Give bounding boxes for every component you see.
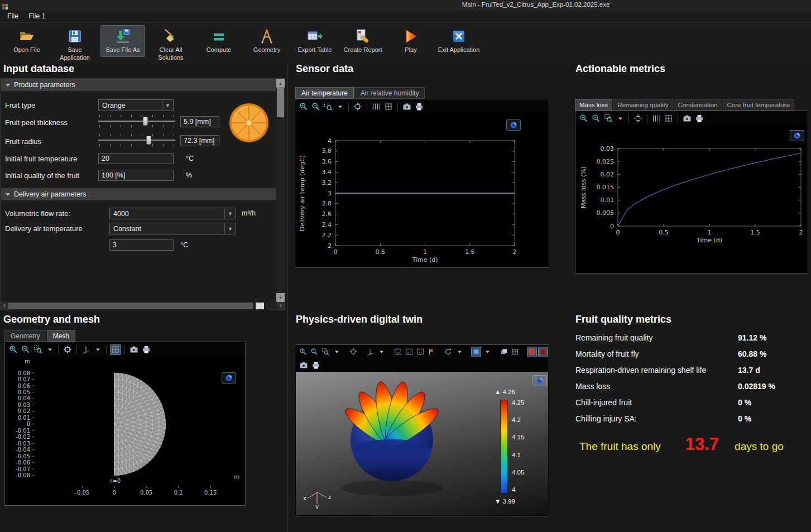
initial-temperature-field[interactable]: 20	[98, 153, 174, 164]
zoom-box-icon[interactable]	[32, 344, 44, 355]
initial-quality-field[interactable]: 100 [%]	[98, 170, 174, 181]
zoom-out-icon[interactable]	[309, 347, 319, 357]
zoom-in-icon[interactable]	[578, 113, 589, 124]
triad-icon[interactable]	[80, 344, 92, 355]
digital-twin-scene[interactable]: ▲ 4.26 4.254.24.154.14.054 ▼ 3.99 x y z	[296, 372, 548, 515]
vertical-scrollbar[interactable]: ▲ ▼	[276, 79, 285, 302]
print-icon[interactable]	[141, 344, 152, 355]
clear-all-solutions-button[interactable]: Clear All Solutions	[148, 25, 193, 65]
sensor-chart-canvas[interactable]: 00.511.5222.22.42.62.833.23.43.63.84Time…	[295, 113, 549, 267]
comsol-logo-button[interactable]	[790, 130, 804, 141]
create-report-button[interactable]: Create Report	[340, 25, 385, 57]
tab-geometry[interactable]: Geometry	[4, 330, 46, 342]
clip-maroon-icon[interactable]	[538, 347, 548, 357]
delivery-air-parameters-header[interactable]: Delivery air parameters	[1, 188, 276, 200]
comsol-logo-button[interactable]	[506, 119, 521, 131]
y-grid-icon[interactable]	[651, 113, 662, 124]
fruit-radius-slider[interactable]	[98, 133, 175, 147]
tab-mass-loss[interactable]: Mass loss	[575, 99, 612, 111]
dropdown-arrow-icon[interactable]	[93, 344, 103, 355]
camera-icon[interactable]	[128, 344, 140, 355]
zoom-extents-icon[interactable]	[62, 344, 73, 355]
camera-icon[interactable]	[682, 113, 693, 124]
save-application-button[interactable]: Save Application	[52, 25, 97, 65]
fruit-radius-field[interactable]: 72.3 [mm]	[180, 135, 219, 146]
print-icon[interactable]	[694, 113, 705, 124]
slider-thumb[interactable]	[146, 136, 151, 145]
tab-air-relative-humidity[interactable]: Air relative humidity	[354, 87, 425, 99]
zoom-out-icon[interactable]	[310, 102, 321, 112]
view-yz-icon[interactable]: yz	[404, 347, 414, 357]
massloss-chart-canvas[interactable]: 00.511.5200.0050.010.0150.020.0250.03Tim…	[575, 125, 808, 272]
save-file-as-button[interactable]: Save File As	[100, 25, 145, 57]
dropdown-arrow-icon[interactable]	[482, 347, 492, 357]
grid-icon[interactable]	[383, 102, 394, 112]
scroll-left-arrow[interactable]: ‹	[1, 302, 8, 310]
flow-rate-select[interactable]: 4000 ▼	[109, 208, 236, 219]
grid-icon[interactable]	[663, 113, 674, 124]
dropdown-arrow-icon[interactable]	[45, 344, 55, 355]
zoom-extents-icon[interactable]	[632, 113, 644, 124]
zoom-in-icon[interactable]	[8, 344, 19, 355]
zoom-out-icon[interactable]	[20, 344, 31, 355]
zoom-in-icon[interactable]	[298, 102, 309, 112]
scene-icon[interactable]	[471, 347, 481, 357]
y-grid-icon[interactable]	[371, 102, 382, 112]
grid-icon[interactable]	[510, 347, 520, 357]
peel-thickness-slider[interactable]	[98, 114, 175, 128]
fruit-type-select[interactable]: Orange ▼	[98, 99, 174, 111]
rotate-icon[interactable]	[443, 347, 453, 357]
play-button[interactable]: Play	[388, 25, 433, 57]
zoom-box-icon[interactable]	[323, 102, 334, 112]
compute-button[interactable]: Compute	[196, 25, 241, 57]
print-icon[interactable]	[414, 102, 425, 112]
camera-icon[interactable]	[298, 360, 309, 371]
tab-remaining-quality[interactable]: Remaining quality	[613, 99, 673, 111]
tab-mesh[interactable]: Mesh	[47, 330, 75, 342]
dropdown-arrow-icon[interactable]	[376, 347, 386, 357]
horizontal-scrollbar[interactable]: ‹ ›	[1, 302, 285, 310]
dropdown-arrow-icon[interactable]	[615, 113, 625, 124]
tab-core-fruit-temperature[interactable]: Core fruit temperature	[723, 99, 795, 111]
tab-condensation[interactable]: Condensation	[674, 99, 722, 111]
scrollbar-grip[interactable]	[256, 303, 264, 309]
dropdown-arrow-icon[interactable]	[454, 347, 464, 357]
delivery-temp-select[interactable]: Constant ▼	[109, 223, 236, 234]
layers-icon[interactable]	[499, 347, 509, 357]
grid-icon[interactable]	[110, 344, 121, 355]
scroll-up-arrow[interactable]: ▲	[276, 79, 285, 88]
menu-item-file-1[interactable]: File 1	[23, 11, 51, 21]
slider-thumb[interactable]	[143, 117, 148, 126]
zoom-extents-icon[interactable]	[348, 347, 358, 357]
dropdown-arrow-icon[interactable]	[335, 102, 345, 112]
dropdown-arrow-icon[interactable]	[332, 347, 342, 357]
product-parameters-header[interactable]: Product parameters	[1, 79, 276, 91]
print-icon[interactable]	[310, 360, 321, 371]
geometry-button[interactable]: Geometry	[244, 25, 289, 57]
zoom-extents-icon[interactable]	[352, 102, 363, 112]
zoom-out-icon[interactable]	[591, 113, 602, 124]
flag-icon[interactable]	[426, 347, 436, 357]
mesh-plot-canvas[interactable]: 0.080.070.060.050.040.030.020.010-0.01-0…	[5, 356, 245, 505]
triad-icon[interactable]	[365, 347, 375, 357]
delivery-temp-value-field[interactable]: 3	[109, 239, 174, 251]
view-xz-icon[interactable]: xz	[415, 347, 425, 357]
comsol-logo-button[interactable]	[532, 375, 547, 386]
scrollbar-thumb[interactable]	[8, 303, 253, 309]
view-xy-icon[interactable]: xy	[393, 347, 403, 357]
export-table-button[interactable]: Export Table	[292, 25, 337, 57]
scrollbar-thumb[interactable]	[277, 88, 284, 117]
open-file-button[interactable]: Open File	[4, 25, 49, 57]
zoom-in-icon[interactable]	[298, 347, 308, 357]
zoom-box-icon[interactable]	[320, 347, 330, 357]
zoom-box-icon[interactable]	[603, 113, 614, 124]
clip-red-icon[interactable]	[527, 347, 537, 357]
tab-air-temperature[interactable]: Air temperature	[295, 87, 354, 99]
exit-application-button[interactable]: Exit Application	[436, 25, 481, 57]
scroll-right-arrow[interactable]: ›	[277, 302, 285, 310]
camera-icon[interactable]	[401, 102, 412, 112]
comsol-logo-button[interactable]	[222, 372, 236, 384]
scroll-down-arrow[interactable]: ▼	[276, 293, 285, 302]
menu-item-file[interactable]: File	[2, 11, 23, 21]
peel-thickness-field[interactable]: 5.9 [mm]	[180, 116, 219, 127]
